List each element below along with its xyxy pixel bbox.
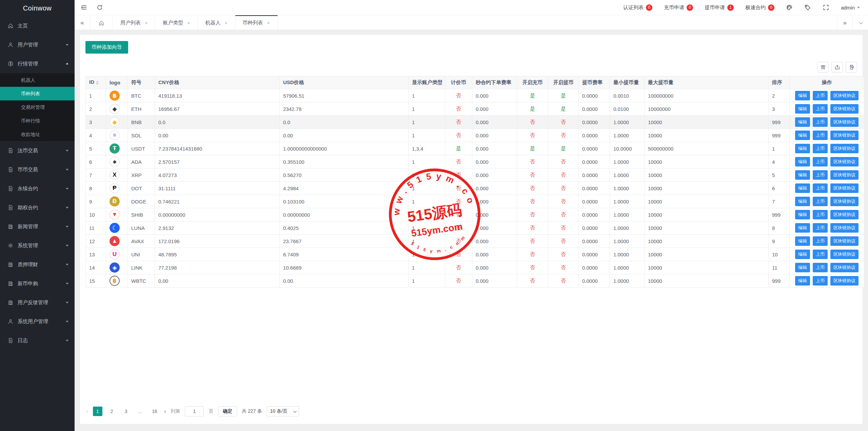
admin-menu[interactable]: admin [841, 5, 860, 11]
list-coin-button[interactable]: 上币 [813, 223, 828, 233]
edit-button[interactable]: 编辑 [795, 183, 810, 193]
sidebar-item-7[interactable]: 新闻管理 [0, 217, 75, 236]
print-button[interactable] [846, 62, 857, 73]
blockchain-protocol-button[interactable]: 区块链协议 [830, 157, 859, 166]
goto-page-input[interactable] [185, 406, 204, 416]
close-icon[interactable]: × [145, 20, 147, 26]
page-button-1[interactable]: 1 [93, 407, 102, 416]
list-coin-button[interactable]: 上币 [813, 157, 828, 166]
blockchain-protocol-button[interactable]: 区块链协议 [830, 91, 859, 100]
topbar-link-1[interactable]: 充币申请0 [664, 4, 693, 11]
edit-button[interactable]: 编辑 [795, 210, 810, 219]
page-button-16[interactable]: 16 [150, 407, 159, 416]
page-size-select[interactable]: 10 条/页 [267, 406, 299, 416]
close-icon[interactable]: × [224, 20, 227, 26]
blockchain-protocol-button[interactable]: 区块链协议 [830, 170, 859, 180]
page-next-button[interactable]: › [164, 408, 166, 415]
sidebar-item-8[interactable]: 系统管理 [0, 236, 75, 255]
sidebar-item-2[interactable]: 行情管理 [0, 54, 75, 73]
sidebar-item-6[interactable]: 期权合约 [0, 198, 75, 217]
list-coin-button[interactable]: 上币 [813, 250, 828, 259]
sidebar-item-4[interactable]: 币币交易 [0, 160, 75, 179]
list-coin-button[interactable]: 上币 [813, 144, 828, 153]
tabs-scroll-right[interactable]: » [837, 15, 852, 30]
blockchain-protocol-button[interactable]: 区块链协议 [830, 144, 859, 153]
tabs-scroll-left[interactable]: « [75, 15, 90, 30]
sidebar-item-3[interactable]: 法币交易 [0, 141, 75, 160]
list-coin-button[interactable]: 上币 [813, 210, 828, 219]
sidebar-item-9[interactable]: 质押理财 [0, 255, 75, 274]
sidebar-item-12[interactable]: 系统用户管理 [0, 312, 75, 331]
sidebar-item-10[interactable]: 新币申购 [0, 274, 75, 293]
sidebar-subitem-4[interactable]: 收款地址 [0, 128, 75, 141]
topbar-link-3[interactable]: 极速合约0 [745, 4, 774, 11]
tab-1[interactable]: 账户类型× [155, 15, 198, 30]
list-coin-button[interactable]: 上币 [813, 183, 828, 193]
blockchain-protocol-button[interactable]: 区块链协议 [830, 263, 859, 272]
edit-button[interactable]: 编辑 [795, 223, 810, 233]
sidebar-subitem-0[interactable]: 机器人 [0, 73, 75, 87]
edit-button[interactable]: 编辑 [795, 91, 810, 100]
topbar-link-0[interactable]: 认证列表0 [623, 4, 652, 11]
blockchain-protocol-button[interactable]: 区块链协议 [830, 223, 859, 233]
tag-icon[interactable] [804, 4, 811, 11]
edit-button[interactable]: 编辑 [795, 144, 810, 153]
page-button-2[interactable]: 2 [107, 407, 117, 416]
tab-2[interactable]: 机器人× [198, 15, 235, 30]
edit-button[interactable]: 编辑 [795, 236, 810, 246]
blockchain-protocol-button[interactable]: 区块链协议 [830, 104, 859, 114]
columns-button[interactable] [817, 62, 829, 73]
page-prev-button[interactable]: ‹ [86, 408, 88, 415]
sidebar-subitem-2[interactable]: 交易对管理 [0, 100, 75, 114]
list-coin-button[interactable]: 上币 [813, 104, 828, 114]
sort-control[interactable] [96, 79, 99, 86]
edit-button[interactable]: 编辑 [795, 170, 810, 180]
tab-home[interactable] [90, 15, 113, 30]
list-coin-button[interactable]: 上币 [813, 197, 828, 206]
list-coin-button[interactable]: 上币 [813, 131, 828, 140]
page-button-3[interactable]: 3 [121, 407, 131, 416]
list-coin-button[interactable]: 上币 [813, 117, 828, 127]
blockchain-protocol-button[interactable]: 区块链协议 [830, 250, 859, 259]
sidebar-item-1[interactable]: 用户管理 [0, 35, 75, 54]
list-coin-button[interactable]: 上币 [813, 91, 828, 100]
sidebar-item-0[interactable]: 主页 [0, 16, 75, 35]
tabs-menu-toggle[interactable] [852, 15, 868, 30]
edit-button[interactable]: 编辑 [795, 263, 810, 272]
edit-button[interactable]: 编辑 [795, 131, 810, 140]
coin-add-wizard-button[interactable]: 币种添加向导 [85, 41, 128, 54]
blockchain-protocol-button[interactable]: 区块链协议 [830, 131, 859, 140]
blockchain-protocol-button[interactable]: 区块链协议 [830, 117, 859, 127]
edit-button[interactable]: 编辑 [795, 197, 810, 206]
tab-0[interactable]: 用户列表× [113, 15, 155, 30]
list-coin-button[interactable]: 上币 [813, 263, 828, 272]
goto-confirm-button[interactable]: 确定 [218, 406, 237, 416]
blockchain-protocol-button[interactable]: 区块链协议 [830, 210, 859, 219]
edit-button[interactable]: 编辑 [795, 276, 810, 286]
sidebar-item-11[interactable]: 用户反馈管理 [0, 293, 75, 312]
list-coin-button[interactable]: 上币 [813, 236, 828, 246]
export-button[interactable] [831, 62, 843, 73]
tab-3[interactable]: 币种列表× [235, 15, 278, 30]
blockchain-protocol-button[interactable]: 区块链协议 [830, 197, 859, 206]
list-coin-button[interactable]: 上币 [813, 170, 828, 180]
sidebar-item-13[interactable]: 日志 [0, 331, 75, 350]
palette-icon[interactable] [786, 4, 793, 11]
refresh-icon[interactable] [96, 4, 103, 11]
close-icon[interactable]: × [187, 20, 190, 26]
edit-button[interactable]: 编辑 [795, 157, 810, 166]
expand-icon[interactable] [823, 4, 829, 11]
topbar-link-2[interactable]: 提币申请1 [705, 4, 734, 11]
edit-button[interactable]: 编辑 [795, 104, 810, 114]
blockchain-protocol-button[interactable]: 区块链协议 [830, 236, 859, 246]
blockchain-protocol-button[interactable]: 区块链协议 [830, 183, 859, 193]
blockchain-protocol-button[interactable]: 区块链协议 [830, 276, 859, 286]
list-coin-button[interactable]: 上币 [813, 276, 828, 286]
collapse-menu-icon[interactable] [81, 4, 87, 11]
edit-button[interactable]: 编辑 [795, 250, 810, 259]
close-icon[interactable]: × [267, 20, 270, 26]
sidebar-item-5[interactable]: 永续合约 [0, 179, 75, 198]
sidebar-subitem-3[interactable]: 币种行情 [0, 114, 75, 128]
sidebar-subitem-1[interactable]: 币种列表 [0, 87, 75, 100]
edit-button[interactable]: 编辑 [795, 117, 810, 127]
